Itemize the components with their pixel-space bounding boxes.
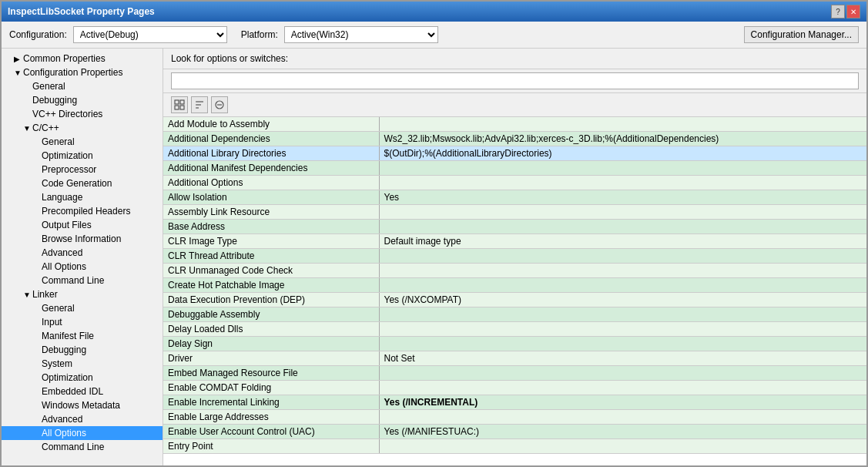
sidebar-item-23[interactable]: Optimization [2,371,163,385]
prop-name: Add Module to Assembly [163,117,379,132]
sidebar-item-label-25: Windows Metadata [42,400,120,411]
platform-label: Platform: [241,29,278,40]
prop-name: Additional Dependencies [163,132,379,146]
title-bar-controls: ? ✕ [831,5,860,18]
close-button[interactable]: ✕ [846,5,860,18]
sidebar-item-label-17: Linker [32,289,58,300]
prop-value: $(OutDir);%(AdditionalLibraryDirectories… [379,146,866,161]
table-row[interactable]: Create Hot Patchable Image [163,278,866,293]
title-bar: InspectLibSocket Property Pages ? ✕ [2,2,866,22]
config-label: Configuration: [9,29,67,40]
sidebar-item-6[interactable]: General [2,135,163,149]
sidebar-item-15[interactable]: All Options [2,260,163,274]
table-row[interactable]: Embed Managed Resource File [163,366,866,381]
table-row[interactable]: Data Execution Prevention (DEP)Yes (/NXC… [163,293,866,307]
sidebar-item-28[interactable]: Command Line [2,440,163,454]
prop-name: Additional Library Directories [163,146,379,161]
table-row[interactable]: Enable User Account Control (UAC)Yes (/M… [163,425,866,439]
sidebar-item-2[interactable]: General [2,79,163,93]
sidebar-item-label-2: General [32,81,65,92]
prop-value [379,337,866,351]
sidebar-item-label-1: Configuration Properties [23,67,122,78]
sidebar-item-11[interactable]: Precompiled Headers [2,204,163,218]
sidebar-item-16[interactable]: Command Line [2,274,163,287]
prop-name: Additional Options [163,176,379,190]
config-select[interactable]: Active(Debug) [73,26,227,43]
svg-rect-2 [175,106,179,109]
prop-name: Base Address [163,220,379,234]
sidebar-item-label-15: All Options [42,261,86,272]
sidebar-item-27[interactable]: All Options [2,426,163,440]
sidebar-item-label-21: Debugging [42,344,86,355]
table-row[interactable]: Additional Options [163,176,866,190]
sidebar-item-13[interactable]: Browse Information [2,232,163,246]
sidebar-item-17[interactable]: ▼Linker [2,287,163,301]
sidebar-item-10[interactable]: Language [2,190,163,204]
table-row[interactable]: Allow IsolationYes [163,190,866,205]
sidebar-item-7[interactable]: Optimization [2,149,163,163]
sidebar-item-21[interactable]: Debugging [2,343,163,357]
table-row[interactable]: Delay Loaded Dlls [163,322,866,337]
prop-value [379,176,866,190]
sidebar-item-label-5: C/C++ [32,123,59,133]
sidebar-item-25[interactable]: Windows Metadata [2,398,163,412]
sidebar-item-5[interactable]: ▼C/C++ [2,121,163,135]
icon-toolbar [163,93,866,117]
sidebar-item-24[interactable]: Embedded IDL [2,385,163,398]
table-row[interactable]: Enable COMDAT Folding [163,381,866,395]
sidebar-item-label-20: Manifest File [42,331,94,341]
options-input[interactable] [171,72,859,89]
table-row[interactable]: Additional DependenciesWs2_32.lib;Mswsoc… [163,132,866,146]
prop-value: Ws2_32.lib;Mswsock.lib;AdvApi32.lib;xerc… [379,132,866,146]
properties-table: Add Module to AssemblyAdditional Depende… [163,117,866,465]
sidebar-item-9[interactable]: Code Generation [2,176,163,190]
table-row[interactable]: Additional Manifest Dependencies [163,161,866,176]
sidebar-item-18[interactable]: General [2,301,163,315]
sidebar-item-19[interactable]: Input [2,315,163,329]
prop-value [379,264,866,278]
grid-icon-button[interactable] [171,96,188,113]
sidebar-item-4[interactable]: VC++ Directories [2,107,163,121]
table-row[interactable]: Entry Point [163,439,866,454]
sidebar-item-label-11: Precompiled Headers [42,206,130,217]
table-row[interactable]: DriverNot Set [163,351,866,366]
platform-select[interactable]: Active(Win32) [284,26,438,43]
sidebar-item-3[interactable]: Debugging [2,93,163,107]
sidebar-item-12[interactable]: Output Files [2,218,163,232]
help-button[interactable]: ? [831,5,845,18]
table-row[interactable]: Assembly Link Resource [163,205,866,220]
config-manager-button[interactable]: Configuration Manager... [744,26,859,43]
table-row[interactable]: Enable Large Addresses [163,410,866,425]
main-content: ▶Common Properties▼Configuration Propert… [2,49,866,465]
sidebar-item-1[interactable]: ▼Configuration Properties [2,66,163,79]
prop-name: Enable User Account Control (UAC) [163,425,379,439]
table-row[interactable]: Enable Incremental LinkingYes (/INCREMEN… [163,395,866,410]
table-row[interactable]: Add Module to Assembly [163,117,866,132]
sidebar-item-8[interactable]: Preprocessor [2,163,163,176]
sidebar-item-20[interactable]: Manifest File [2,329,163,343]
sidebar-item-22[interactable]: System [2,357,163,371]
prop-value [379,249,866,264]
table-row[interactable]: CLR Unmanaged Code Check [163,264,866,278]
prop-value: Default image type [379,234,866,249]
tree-arrow-5: ▼ [23,124,32,133]
table-row[interactable]: Debuggable Assembly [163,307,866,322]
sidebar-item-14[interactable]: Advanced [2,246,163,260]
table-row[interactable]: Base Address [163,220,866,234]
table-row[interactable]: Additional Library Directories$(OutDir);… [163,146,866,161]
sidebar-item-26[interactable]: Advanced [2,412,163,426]
table-row[interactable]: Delay Sign [163,337,866,351]
filter-icon-button[interactable] [211,96,228,113]
sidebar-item-0[interactable]: ▶Common Properties [2,52,163,66]
prop-value [379,439,866,454]
sidebar-item-label-14: Advanced [42,247,82,258]
table-row[interactable]: CLR Image TypeDefault image type [163,234,866,249]
table: Add Module to AssemblyAdditional Depende… [163,117,866,454]
svg-rect-0 [175,100,179,104]
table-row[interactable]: CLR Thread Attribute [163,249,866,264]
options-input-row [163,69,866,93]
sort-icon-button[interactable] [191,96,208,113]
prop-name: Create Hot Patchable Image [163,278,379,293]
prop-name: Enable Incremental Linking [163,395,379,410]
prop-value [379,322,866,337]
